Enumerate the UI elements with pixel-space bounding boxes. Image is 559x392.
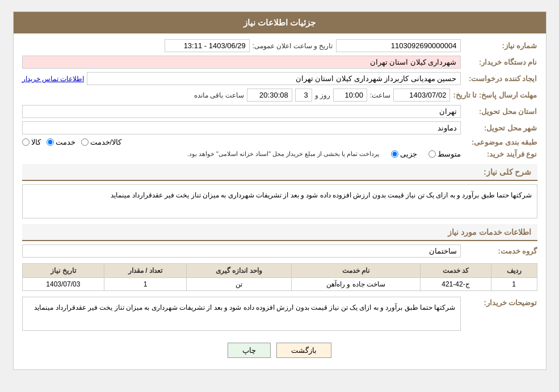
city-value: دماوند bbox=[22, 121, 461, 134]
content-area: شماره نیاز: 1103092690000004 تاریخ و ساع… bbox=[14, 33, 546, 369]
col-header-unit: واحد اندازه گیری bbox=[186, 264, 291, 278]
table-header-row: ردیف کد خدمت نام خدمت واحد اندازه گیری ت… bbox=[22, 264, 537, 278]
purchase-option-2-label: جزیی bbox=[400, 150, 417, 158]
buyer-org-label: نام دستگاه خریدار: bbox=[464, 58, 537, 66]
service-group-label: گروه خدمت: bbox=[464, 247, 537, 255]
category-option-3: کالا bbox=[22, 138, 41, 146]
category-option-2: خدمت bbox=[47, 138, 75, 146]
category-row: طبقه بندی موضوعی: کالا/خدمت خدمت کالا bbox=[22, 138, 537, 146]
category-radio-2[interactable] bbox=[47, 138, 54, 146]
purchase-radio-2[interactable] bbox=[391, 150, 398, 158]
need-number-row: شماره نیاز: 1103092690000004 تاریخ و ساع… bbox=[22, 39, 537, 52]
cell-service-name: ساخت جاده و راه‌آهن bbox=[291, 278, 420, 291]
deadline-label: مهلت ارسال پاسخ: تا تاریخ: bbox=[453, 91, 537, 99]
services-table: ردیف کد خدمت نام خدمت واحد اندازه گیری ت… bbox=[22, 263, 537, 291]
page-title: جزئیات اطلاعات نیاز bbox=[243, 18, 316, 27]
purchase-option-2: جزیی bbox=[391, 150, 417, 158]
purchase-note: پرداخت تمام یا بخشی از مبلغ خریداز محل "… bbox=[187, 150, 380, 158]
service-group-row: گروه خدمت: ساختمان bbox=[22, 245, 537, 258]
deadline-time-label: ساعت: bbox=[370, 91, 390, 99]
deadline-row: مهلت ارسال پاسخ: تا تاریخ: 1403/07/02 سا… bbox=[22, 88, 537, 102]
general-desc-label: شرح کلی نیاز: bbox=[484, 167, 531, 176]
contact-link[interactable]: اطلاعات تماس خریدار bbox=[22, 75, 85, 83]
services-section-header: اطلاعات خدمات مورد نیاز bbox=[22, 224, 537, 241]
purchase-radio-group: متوسط جزیی پرداخت تمام یا بخشی از مبلغ خ… bbox=[22, 150, 461, 158]
main-container: جزئیات اطلاعات نیاز شماره نیاز: 11030926… bbox=[13, 11, 547, 370]
bottom-buttons: بازگشت چاپ bbox=[22, 334, 537, 364]
category-option-3-label: کالا bbox=[31, 138, 41, 146]
purchase-type-label: نوع فرآیند خرید: bbox=[464, 150, 537, 158]
city-row: شهر محل تحویل: دماوند bbox=[22, 121, 537, 134]
purchase-option-1-label: متوسط bbox=[438, 150, 461, 158]
purchase-option-1: متوسط bbox=[428, 150, 461, 158]
buyer-org-row: نام دستگاه خریدار: شهرداری کیلان استان ت… bbox=[22, 56, 537, 69]
province-label: استان محل تحویل: bbox=[464, 107, 537, 116]
category-radio-group: کالا/خدمت خدمت کالا bbox=[22, 138, 461, 146]
buyer-org-value: شهرداری کیلان استان تهران bbox=[22, 56, 461, 69]
buyer-notes-label: توضیحات خریدار: bbox=[464, 297, 537, 307]
province-value: تهران bbox=[22, 105, 461, 118]
creator-row: ایجاد کننده درخواست: حسین مهدیانی کاربرد… bbox=[22, 72, 537, 85]
buyer-notes-row: توضیحات خریدار: شرکتها حتما طبق برآورد و… bbox=[22, 297, 537, 331]
col-header-date: تاریخ نیاز bbox=[22, 264, 104, 278]
cell-service-code: ج-42-421 bbox=[421, 278, 491, 291]
announce-group: تاریخ و ساعت اعلان عمومی: 1403/06/29 - 1… bbox=[22, 39, 333, 52]
col-header-service-code: کد خدمت bbox=[421, 264, 491, 278]
col-header-row-num: ردیف bbox=[491, 264, 537, 278]
category-option-2-label: خدمت bbox=[56, 138, 75, 146]
purchase-radio-1[interactable] bbox=[428, 150, 436, 158]
cell-unit: تن bbox=[186, 278, 291, 291]
category-option-1-label: کالا/خدمت bbox=[90, 138, 122, 146]
purchase-type-row: نوع فرآیند خرید: متوسط جزیی پرداخت تمام … bbox=[22, 150, 537, 158]
back-button[interactable]: بازگشت bbox=[276, 343, 331, 358]
col-header-service-name: نام خدمت bbox=[291, 264, 420, 278]
general-desc-text: شرکتها حتما طبق برآورد و به ازای یک تن ن… bbox=[22, 184, 537, 218]
cell-row-num: 1 bbox=[491, 278, 537, 291]
deadline-days: 3 bbox=[295, 88, 312, 102]
buyer-notes-text: شرکتها حتما طبق برآورد و به ازای یک تن ن… bbox=[22, 297, 461, 331]
deadline-remaining: 20:30:08 bbox=[247, 88, 292, 102]
deadline-date: 1403/07/02 bbox=[393, 88, 450, 102]
announce-label: تاریخ و ساعت اعلان عمومی: bbox=[253, 42, 333, 50]
col-header-quantity: تعداد / مقدار bbox=[104, 264, 187, 278]
service-group-value: ساختمان bbox=[22, 245, 461, 258]
print-button[interactable]: چاپ bbox=[228, 343, 271, 358]
deadline-remaining-label: ساعت باقی مانده bbox=[194, 91, 244, 99]
province-row: استان محل تحویل: تهران bbox=[22, 105, 537, 118]
cell-date: 1403/07/03 bbox=[22, 278, 104, 291]
deadline-days-label: روز و bbox=[315, 91, 330, 99]
category-option-1: کالا/خدمت bbox=[81, 138, 122, 146]
announce-value: 1403/06/29 - 13:11 bbox=[165, 39, 250, 52]
category-radio-1[interactable] bbox=[81, 138, 89, 146]
creator-label: ایجاد کننده درخواست: bbox=[464, 74, 537, 83]
need-number-value: 1103092690000004 bbox=[336, 39, 461, 52]
services-title: اطلاعات خدمات مورد نیاز bbox=[448, 227, 532, 237]
general-desc-section-header: شرح کلی نیاز: bbox=[22, 164, 537, 181]
creator-value: حسین مهدیانی کاربرداز شهرداری کیلان استا… bbox=[87, 72, 460, 85]
need-number-label: شماره نیاز: bbox=[464, 41, 537, 50]
page-header: جزئیات اطلاعات نیاز bbox=[14, 12, 546, 33]
city-label: شهر محل تحویل: bbox=[464, 124, 537, 132]
services-table-section: ردیف کد خدمت نام خدمت واحد اندازه گیری ت… bbox=[22, 263, 537, 291]
cell-quantity: 1 bbox=[104, 278, 187, 291]
category-radio-3[interactable] bbox=[22, 138, 30, 146]
table-row: 1 ج-42-421 ساخت جاده و راه‌آهن تن 1 1403… bbox=[22, 278, 537, 291]
deadline-time: 10:00 bbox=[333, 88, 367, 102]
category-label: طبقه بندی موضوعی: bbox=[464, 138, 537, 146]
